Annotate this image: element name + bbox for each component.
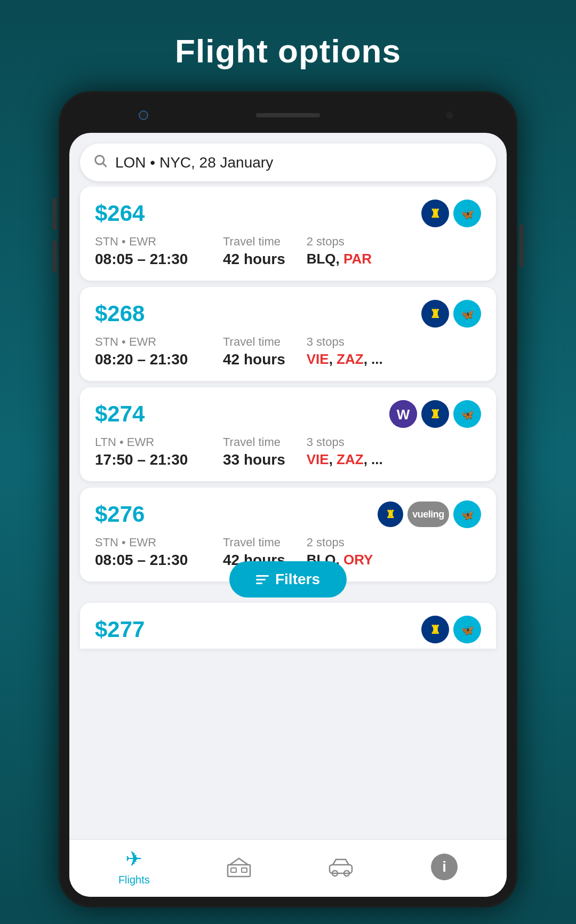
cars-icon — [327, 856, 354, 878]
flight-travel-time-3: Travel time 33 hours — [223, 435, 285, 468]
svg-rect-25 — [231, 868, 236, 872]
nav-flights[interactable]: ✈ Flights — [118, 847, 150, 886]
stops-airports-2: VIE, ZAZ, ... — [307, 351, 383, 368]
phone-speaker — [256, 113, 320, 117]
phone-top-bar — [69, 102, 507, 129]
svg-text:♜: ♜ — [430, 307, 441, 321]
svg-text:♜: ♜ — [386, 509, 395, 520]
svg-text:♜: ♜ — [430, 408, 441, 421]
phone-sensor-icon — [446, 111, 453, 119]
stops-count-4: 2 stops — [307, 536, 373, 549]
volume-down-button — [52, 241, 57, 273]
flight-route-4: STN • EWR 08:05 – 21:30 — [95, 536, 202, 569]
wideroe-logo: W — [389, 400, 417, 428]
flight-stops-3: 3 stops VIE, ZAZ, ... — [307, 435, 383, 468]
svg-line-1 — [103, 163, 106, 166]
airline-logos-3: W ♜ 🦋 — [389, 400, 481, 428]
flight-route-1: STN • EWR 08:05 – 21:30 — [95, 235, 202, 268]
transavia-logo-1: 🦋 — [453, 200, 481, 227]
svg-text:🦋: 🦋 — [461, 308, 474, 321]
svg-text:W: W — [397, 407, 410, 423]
page-title: Flight options — [175, 32, 401, 70]
search-bar[interactable]: LON • NYC, 28 January — [80, 144, 496, 181]
flight-price-1: $264 — [95, 201, 145, 226]
transavia-logo-3: 🦋 — [453, 400, 481, 428]
flight-card-3[interactable]: $274 W ♜ — [80, 387, 496, 481]
flight-travel-time-1: Travel time 42 hours — [223, 235, 285, 268]
airline-logos-4: ♜ vueling 🦋 — [378, 500, 481, 528]
route-airports-3: LTN • EWR — [95, 435, 202, 449]
route-airports-4: STN • EWR — [95, 536, 202, 549]
info-icon: i — [431, 854, 458, 880]
nav-flights-label: Flights — [118, 874, 150, 886]
nav-cars[interactable] — [327, 856, 354, 878]
transavia-logo-2: 🦋 — [453, 300, 481, 328]
travel-label-1: Travel time — [223, 235, 285, 249]
route-airports-1: STN • EWR — [95, 235, 202, 249]
flight-card-1[interactable]: $264 ♜ 🦋 — [80, 187, 496, 281]
flight-card-5[interactable]: $277 ♜ 🦋 — [80, 603, 496, 649]
route-times-1: 08:05 – 21:30 — [95, 251, 202, 268]
svg-point-0 — [95, 156, 104, 164]
flights-icon: ✈ — [125, 847, 142, 871]
power-button — [519, 225, 524, 267]
svg-text:♜: ♜ — [430, 623, 441, 636]
stops-airports-3: VIE, ZAZ, ... — [307, 451, 383, 468]
search-icon — [93, 153, 108, 172]
flights-list: $264 ♜ 🦋 — [69, 187, 507, 839]
route-times-4: 08:05 – 21:30 — [95, 552, 202, 569]
flight-price-5: $277 — [95, 617, 145, 642]
phone-screen: LON • NYC, 28 January $264 ♜ — [69, 133, 507, 897]
nav-info[interactable]: i — [431, 854, 458, 880]
flight-travel-time-2: Travel time 42 hours — [223, 335, 285, 368]
svg-text:♜: ♜ — [430, 207, 441, 220]
route-airports-2: STN • EWR — [95, 335, 202, 349]
travel-label-3: Travel time — [223, 435, 285, 449]
phone-frame: LON • NYC, 28 January $264 ♜ — [59, 91, 517, 907]
airline-logos-2: ♜ 🦋 — [421, 300, 481, 328]
transavia-logo-4: 🦋 — [453, 500, 481, 528]
stops-count-2: 3 stops — [307, 335, 383, 349]
stops-count-3: 3 stops — [307, 435, 383, 449]
travel-value-3: 33 hours — [223, 451, 285, 468]
vueling-logo: vueling — [407, 501, 449, 527]
ryanair-logo-1: ♜ — [421, 200, 449, 227]
stops-count-1: 2 stops — [307, 235, 372, 249]
airline-logos-5: ♜ 🦋 — [421, 616, 481, 643]
filters-label: Filters — [275, 571, 320, 588]
svg-rect-26 — [242, 868, 247, 872]
transavia-logo-5: 🦋 — [453, 616, 481, 643]
flight-route-2: STN • EWR 08:20 – 21:30 — [95, 335, 202, 368]
travel-label-2: Travel time — [223, 335, 285, 349]
svg-text:🦋: 🦋 — [461, 508, 474, 521]
flight-card-2[interactable]: $268 ♜ 🦋 — [80, 287, 496, 381]
hotels-icon — [227, 856, 251, 878]
filters-icon — [256, 575, 269, 584]
flight-stops-2: 3 stops VIE, ZAZ, ... — [307, 335, 383, 368]
ryanair-logo-2: ♜ — [421, 300, 449, 328]
flight-route-3: LTN • EWR 17:50 – 21:30 — [95, 435, 202, 468]
travel-label-4: Travel time — [223, 536, 285, 549]
ryanair-logo-4: ♜ — [378, 501, 403, 527]
flight-price-2: $268 — [95, 301, 145, 326]
route-times-2: 08:20 – 21:30 — [95, 351, 202, 368]
svg-text:🦋: 🦋 — [461, 408, 474, 421]
nav-hotels[interactable] — [227, 856, 251, 878]
travel-value-2: 42 hours — [223, 351, 285, 368]
flight-price-3: $274 — [95, 401, 145, 427]
search-query: LON • NYC, 28 January — [115, 154, 273, 171]
svg-text:🦋: 🦋 — [461, 208, 474, 220]
ryanair-logo-5: ♜ — [421, 616, 449, 643]
flight-card-4[interactable]: $276 ♜ vueling — [80, 488, 496, 582]
volume-up-button — [52, 198, 57, 230]
bottom-navigation: ✈ Flights — [69, 839, 507, 897]
stops-airports-1: BLQ, PAR — [307, 251, 372, 267]
svg-text:🦋: 🦋 — [461, 624, 474, 636]
airline-logos-1: ♜ 🦋 — [421, 200, 481, 227]
flight-price-4: $276 — [95, 501, 145, 527]
flight-stops-1: 2 stops BLQ, PAR — [307, 235, 372, 267]
filters-button[interactable]: Filters — [229, 561, 347, 598]
ryanair-logo-3: ♜ — [421, 400, 449, 428]
svg-rect-27 — [236, 861, 242, 877]
route-times-3: 17:50 – 21:30 — [95, 451, 202, 468]
